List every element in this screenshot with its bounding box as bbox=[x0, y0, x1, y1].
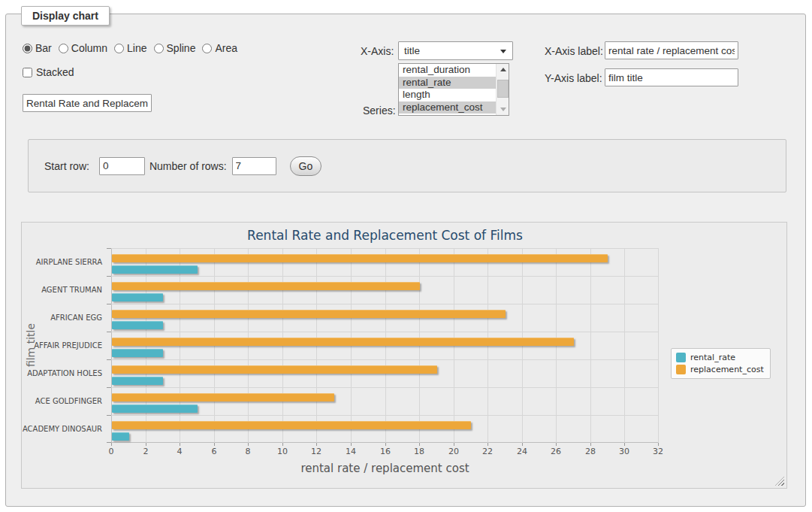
y-axis-tick bbox=[107, 359, 111, 360]
gridline-horizontal bbox=[111, 332, 659, 332]
chart-container: Rental Rate and Replacement Cost of Film… bbox=[21, 222, 787, 489]
num-rows-input[interactable] bbox=[232, 157, 276, 175]
listbox-scrollbar[interactable] bbox=[496, 64, 509, 115]
category-label: ACADEMY DINOSAUR bbox=[22, 415, 107, 443]
gridline-horizontal bbox=[111, 248, 659, 249]
scroll-up-icon[interactable] bbox=[497, 64, 509, 75]
gridline-vertical bbox=[624, 248, 625, 443]
bar-rental_rate-4[interactable] bbox=[112, 349, 163, 357]
series-listbox[interactable]: rental_duration rental_rate length repla… bbox=[398, 63, 509, 116]
x-axis-tick bbox=[146, 443, 146, 446]
y-axis-tick bbox=[107, 415, 111, 416]
resize-handle-icon[interactable] bbox=[775, 477, 784, 486]
bar-rental_rate-7[interactable] bbox=[112, 432, 129, 441]
bar-replacement_cost-6[interactable] bbox=[112, 393, 334, 401]
bar-rental_rate-6[interactable] bbox=[112, 404, 198, 413]
x-tick-label: 6 bbox=[212, 447, 217, 456]
x-axis-tick bbox=[419, 443, 420, 446]
plot-area bbox=[111, 248, 659, 443]
gridline-horizontal bbox=[111, 387, 659, 388]
x-tick-label: 12 bbox=[311, 447, 321, 456]
legend-item-replacement-cost[interactable]: replacement_cost bbox=[676, 365, 764, 374]
x-tick-label: 2 bbox=[143, 447, 149, 456]
series-option-rental-duration[interactable]: rental_duration bbox=[399, 64, 509, 77]
stacked-label: Stacked bbox=[36, 66, 74, 78]
legend-item-rental-rate[interactable]: rental_rate bbox=[676, 353, 764, 362]
chart-type-bar-label: Bar bbox=[35, 42, 52, 54]
x-tick-label: 4 bbox=[177, 447, 183, 456]
y-axis-tick bbox=[107, 304, 111, 304]
gridline-horizontal bbox=[111, 415, 659, 416]
y-axis-tick bbox=[107, 442, 111, 443]
legend-label-rental-rate: rental_rate bbox=[690, 353, 735, 362]
bar-replacement_cost-3[interactable] bbox=[112, 310, 506, 318]
stacked-option[interactable]: Stacked bbox=[23, 66, 74, 78]
chart-type-line-radio[interactable] bbox=[114, 44, 124, 53]
chart-type-column[interactable]: Column bbox=[59, 42, 107, 54]
x-axis-tick bbox=[454, 443, 454, 446]
x-axis-label-input[interactable] bbox=[605, 41, 738, 59]
chart-type-area[interactable]: Area bbox=[202, 42, 237, 54]
x-axis-select[interactable]: title bbox=[398, 41, 513, 60]
x-axis-tick bbox=[488, 443, 488, 446]
stacked-checkbox[interactable] bbox=[23, 68, 32, 77]
x-tick-label: 8 bbox=[246, 447, 251, 456]
chart-type-spline-label: Spline bbox=[167, 42, 196, 54]
series-option-rental-rate[interactable]: rental_rate bbox=[399, 77, 509, 89]
bar-rental_rate-2[interactable] bbox=[112, 293, 163, 301]
chart-type-column-label: Column bbox=[71, 42, 107, 54]
gridline-vertical bbox=[590, 248, 591, 443]
series-option-replacement-cost[interactable]: replacement_cost bbox=[399, 101, 509, 114]
chart-title: Rental Rate and Replacement Cost of Film… bbox=[111, 228, 659, 243]
chevron-down-icon bbox=[500, 50, 506, 53]
gridline-horizontal bbox=[111, 304, 659, 304]
x-tick-label: 18 bbox=[414, 447, 424, 456]
x-tick-label: 28 bbox=[585, 447, 596, 456]
chart-legend: rental_rate replacement_cost bbox=[671, 348, 771, 379]
x-axis-tick bbox=[180, 443, 180, 446]
chart-type-line[interactable]: Line bbox=[114, 42, 146, 54]
gridline-horizontal bbox=[111, 276, 659, 277]
bar-rental_rate-3[interactable] bbox=[112, 321, 163, 329]
chart-type-area-radio[interactable] bbox=[202, 44, 212, 53]
row-range-panel: Start row: Number of rows: Go bbox=[28, 139, 786, 192]
y-axis-tick bbox=[107, 248, 111, 249]
category-axis-labels: AIRPLANE SIERRAAGENT TRUMANAFRICAN EGGAF… bbox=[22, 248, 107, 443]
bar-replacement_cost-2[interactable] bbox=[112, 282, 420, 290]
x-tick-label: 26 bbox=[551, 447, 561, 456]
scroll-down-icon[interactable] bbox=[497, 104, 509, 115]
chart-type-spline-radio[interactable] bbox=[154, 44, 164, 53]
x-tick-label: 30 bbox=[619, 447, 629, 456]
go-button[interactable]: Go bbox=[290, 156, 322, 176]
x-axis-label-caption: X-Axis label: bbox=[545, 45, 603, 57]
chart-type-bar-radio[interactable] bbox=[23, 44, 32, 53]
bar-replacement_cost-4[interactable] bbox=[112, 338, 574, 346]
chart-type-column-radio[interactable] bbox=[59, 44, 68, 53]
y-axis-label-input[interactable] bbox=[605, 68, 738, 86]
scrollbar-thumb[interactable] bbox=[497, 80, 509, 98]
bar-replacement_cost-5[interactable] bbox=[112, 365, 437, 374]
x-axis-tick bbox=[351, 443, 352, 446]
x-tick-label: 14 bbox=[346, 447, 356, 456]
legend-label-replacement-cost: replacement_cost bbox=[690, 365, 764, 374]
chart-title-input[interactable] bbox=[23, 94, 152, 112]
category-label: AIRPLANE SIERRA bbox=[22, 248, 107, 276]
bar-replacement_cost-7[interactable] bbox=[112, 421, 471, 429]
start-row-label: Start row: bbox=[44, 160, 89, 172]
bar-rental_rate-5[interactable] bbox=[112, 377, 163, 385]
x-tick-label: 32 bbox=[653, 447, 663, 456]
chart-type-group: Bar Column Line Spline Area bbox=[23, 42, 237, 54]
x-axis-tick bbox=[522, 443, 523, 446]
x-axis-tick-labels: 02468101214161820222426283032 bbox=[111, 447, 659, 457]
x-axis-tick bbox=[624, 443, 625, 446]
bar-replacement_cost-1[interactable] bbox=[112, 254, 608, 262]
x-axis-tick bbox=[214, 443, 215, 446]
bar-rental_rate-1[interactable] bbox=[112, 265, 198, 274]
chart-type-spline[interactable]: Spline bbox=[154, 42, 196, 54]
x-axis-tick bbox=[111, 443, 112, 446]
x-tick-label: 22 bbox=[482, 447, 493, 456]
x-axis-tick bbox=[590, 443, 591, 446]
start-row-input[interactable] bbox=[99, 157, 145, 175]
series-option-length[interactable]: length bbox=[399, 89, 509, 101]
chart-type-bar[interactable]: Bar bbox=[23, 42, 52, 54]
